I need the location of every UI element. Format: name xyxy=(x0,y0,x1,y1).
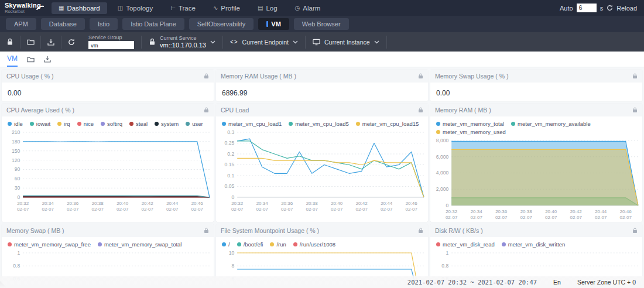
svg-text:20:38: 20:38 xyxy=(306,201,318,206)
current-service-selector[interactable]: Current Service vm::10.170.0.13 xyxy=(142,35,222,49)
logo-swoosh-icon xyxy=(36,3,44,12)
svg-text:0.3: 0.3 xyxy=(227,129,234,135)
nav-item-topology[interactable]: ◫Topology xyxy=(111,2,160,14)
reload-icon[interactable] xyxy=(607,5,613,11)
legend-item[interactable]: meter_vm_memory_available xyxy=(511,121,591,127)
legend-dot xyxy=(98,242,102,246)
svg-text:02-07: 02-07 xyxy=(446,215,458,220)
chevron-down-icon xyxy=(210,40,215,44)
tab-database[interactable]: Database xyxy=(41,18,85,30)
legend-item[interactable]: /run/user/1008 xyxy=(293,241,335,248)
folder-subtab-icon[interactable] xyxy=(27,56,35,67)
legend-dot xyxy=(436,122,440,126)
current-endpoint-label: Current Endpoint xyxy=(242,39,289,46)
legend-item[interactable]: irq xyxy=(57,121,70,127)
legend-item[interactable]: softirq xyxy=(101,121,122,127)
card-title: Memory RAM Usage ( MB ) xyxy=(221,73,296,80)
legend-item[interactable]: system xyxy=(155,121,179,127)
legend-item[interactable]: /run xyxy=(270,241,286,248)
svg-text:120: 120 xyxy=(12,157,20,163)
legend-item[interactable]: nice xyxy=(77,121,94,127)
svg-text:02-07: 02-07 xyxy=(470,215,482,220)
trace-icon: ⊢ xyxy=(170,5,176,11)
toolbar-divider xyxy=(386,36,387,49)
tab-vm[interactable]: VM xyxy=(258,18,289,30)
svg-text:02-07: 02-07 xyxy=(495,215,508,220)
tab-apm[interactable]: APM xyxy=(6,18,36,30)
legend-item[interactable]: meter_vm_cpu_load1 xyxy=(222,121,282,127)
export-subtab-icon[interactable] xyxy=(44,56,51,67)
nav-item-alarm[interactable]: ◷Alarm xyxy=(288,2,328,14)
service-group-input[interactable] xyxy=(88,41,134,49)
current-instance-selector[interactable]: Current Instance xyxy=(306,39,386,46)
lock-icon xyxy=(632,105,638,115)
card-title: CPU Usage ( % ) xyxy=(6,73,54,80)
service-group-block: Service Group xyxy=(81,35,141,49)
tab-istio-data-plane[interactable]: Istio Data Plane xyxy=(122,18,184,30)
legend-item[interactable]: meter_vm_memory_swap_free xyxy=(8,241,91,248)
export-toolbar-icon[interactable] xyxy=(41,39,61,46)
legend-dot xyxy=(8,122,12,126)
subtab-vm[interactable]: VM xyxy=(7,54,18,67)
service-group-label: Service Group xyxy=(88,35,134,40)
server-zone[interactable]: Server Zone UTC + 0 xyxy=(577,279,636,286)
legend-item[interactable]: meter_vm_cpu_load5 xyxy=(289,121,348,127)
reload-label[interactable]: Reload xyxy=(616,5,637,12)
svg-text:02-07: 02-07 xyxy=(545,215,557,220)
legend-item[interactable]: meter_vm_memory_total xyxy=(436,121,504,127)
card-title: File System Mountpoint Usage ( % ) xyxy=(221,227,319,234)
legend-item[interactable]: /boot/efi xyxy=(237,241,263,248)
legend-item[interactable]: steal xyxy=(129,121,148,127)
legend-item[interactable]: meter_vm_disk_read xyxy=(436,241,495,248)
legend-item[interactable]: meter_vm_disk_written xyxy=(502,241,566,248)
current-endpoint-selector[interactable]: <> Current Endpoint xyxy=(223,39,305,46)
svg-text:0.8: 0.8 xyxy=(13,263,20,269)
legend-dot xyxy=(502,242,506,246)
svg-text:20:42: 20:42 xyxy=(142,201,154,206)
legend-item[interactable]: iowait xyxy=(30,121,50,127)
folder-toolbar-icon[interactable] xyxy=(20,39,40,45)
chart-card-cpu-load: CPU Load meter_vm_cpu_load1meter_vm_cpu_… xyxy=(216,104,428,222)
legend-item[interactable]: / xyxy=(222,241,230,248)
tab-web-browser[interactable]: Web Browser xyxy=(294,18,349,30)
svg-text:30: 30 xyxy=(15,185,20,191)
main-nav: ▦Dashboard◫Topology⊢Trace∿Profile▤Log◷Al… xyxy=(52,2,327,14)
chart-card-cpu-average-used: CPU Average Used ( % ) idleiowaitirqnice… xyxy=(2,104,214,222)
auto-interval-input[interactable] xyxy=(577,4,597,12)
stat-value: 6896.99 xyxy=(216,83,428,101)
tab-selfobservability[interactable]: SelfObservability xyxy=(189,18,254,30)
svg-text:20:38: 20:38 xyxy=(520,209,533,214)
nav-item-profile[interactable]: ∿Profile xyxy=(206,2,247,14)
chart-canvas-cpu-average-used[interactable]: 210180150120906030020:3202-0720:3402-072… xyxy=(2,128,214,222)
chart-legend: meter_vm_cpu_load1meter_vm_cpu_load5mete… xyxy=(216,116,428,128)
stat-value: 0.00 xyxy=(430,83,642,101)
refresh-toolbar-icon[interactable] xyxy=(61,39,81,46)
lock-icon xyxy=(418,71,423,81)
nav-item-log[interactable]: ▤Log xyxy=(251,2,285,14)
nav-item-trace[interactable]: ⊢Trace xyxy=(163,2,203,14)
svg-text:210: 210 xyxy=(12,129,20,135)
svg-text:20:32: 20:32 xyxy=(231,201,244,206)
chart-canvas-memory-ram[interactable]: 8,0006,0004,0002,000020:3202-0720:3402-0… xyxy=(430,136,642,222)
legend-item[interactable]: meter_vm_cpu_load15 xyxy=(356,121,419,127)
time-range-picker[interactable]: 2021-02-07 20:32 ~ 2021-02-07 20:47 xyxy=(407,279,537,286)
chevron-down-icon xyxy=(374,40,379,44)
svg-text:20:40: 20:40 xyxy=(117,201,129,206)
legend-item[interactable]: meter_vm_memory_swap_total xyxy=(98,241,182,248)
svg-text:20:42: 20:42 xyxy=(570,209,583,214)
legend-dot xyxy=(436,242,440,246)
chart-canvas-cpu-load[interactable]: 0.30.250.20.150.10.05020:3202-0720:3402-… xyxy=(216,128,428,222)
svg-text:10: 10 xyxy=(229,250,235,256)
nav-item-dashboard[interactable]: ▦Dashboard xyxy=(52,2,107,14)
legend-dot xyxy=(356,122,360,126)
auto-label: Auto xyxy=(560,5,573,12)
legend-item[interactable]: meter_vm_memory_used xyxy=(436,129,506,135)
legend-item[interactable]: user xyxy=(186,121,203,127)
svg-text:20:36: 20:36 xyxy=(495,209,508,214)
language-toggle[interactable]: En xyxy=(553,279,561,286)
tab-istio[interactable]: Istio xyxy=(90,18,118,30)
lock-toolbar-icon[interactable] xyxy=(0,38,20,46)
legend-item[interactable]: idle xyxy=(8,121,23,127)
card-title: CPU Average Used ( % ) xyxy=(6,107,74,114)
legend-dot xyxy=(293,242,297,246)
